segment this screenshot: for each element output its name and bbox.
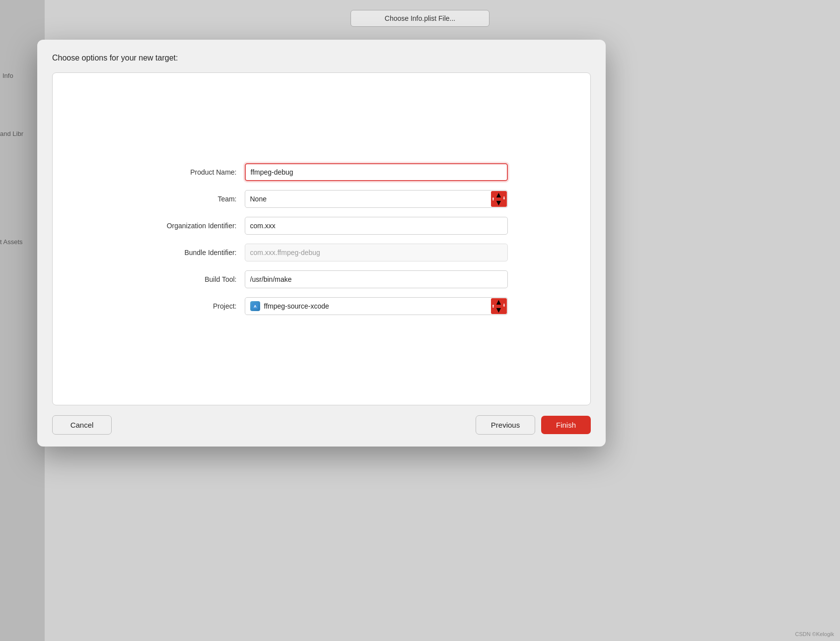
org-id-row: Organization Identifier:	[136, 217, 508, 235]
team-label: Team:	[136, 195, 245, 203]
product-name-row: Product Name:	[136, 163, 508, 181]
previous-button[interactable]: Previous	[476, 415, 535, 435]
form-fields: Product Name: Team: None ▲ ▼	[136, 163, 508, 315]
project-select-display[interactable]: A ffmpeg-source-xcode	[245, 297, 508, 315]
bundle-id-label: Bundle Identifier:	[136, 249, 245, 256]
watermark: CSDN ©Kelogik	[795, 631, 834, 637]
build-tool-label: Build Tool:	[136, 275, 245, 283]
finish-button[interactable]: Finish	[541, 416, 591, 434]
team-row: Team: None ▲ ▼	[136, 190, 508, 208]
project-label: Project:	[136, 302, 245, 310]
dialog: Choose options for your new target: Prod…	[37, 40, 606, 447]
svg-text:A: A	[254, 304, 257, 309]
project-row: Project: A ffmpeg-source-xcode	[136, 297, 508, 315]
project-value: ffmpeg-source-xcode	[264, 302, 329, 310]
team-select[interactable]: None	[245, 190, 508, 208]
bundle-id-row: Bundle Identifier:	[136, 244, 508, 261]
product-name-label: Product Name:	[136, 168, 245, 176]
build-tool-input[interactable]	[245, 270, 508, 288]
dialog-title: Choose options for your new target:	[52, 54, 591, 63]
org-id-input[interactable]	[245, 217, 508, 235]
choose-plist-button[interactable]: Choose Info.plist File...	[350, 10, 490, 27]
org-id-label: Organization Identifier:	[136, 222, 245, 230]
sidebar-item-info: Info	[2, 72, 13, 79]
footer-right-buttons: Previous Finish	[476, 415, 591, 435]
project-select-wrapper: A ffmpeg-source-xcode ▲ ▼	[245, 297, 508, 315]
project-icon: A	[250, 301, 260, 311]
team-select-wrapper: None ▲ ▼	[245, 190, 508, 208]
bundle-id-input	[245, 244, 508, 261]
sidebar-item-assets: t Assets	[0, 238, 23, 246]
dialog-content: Product Name: Team: None ▲ ▼	[52, 72, 591, 405]
build-tool-row: Build Tool:	[136, 270, 508, 288]
sidebar-item-and-libr: and Libr	[0, 130, 23, 137]
product-name-input[interactable]	[245, 163, 508, 181]
cancel-button[interactable]: Cancel	[52, 415, 112, 435]
dialog-footer: Cancel Previous Finish	[52, 415, 591, 435]
top-bar: Choose Info.plist File...	[350, 10, 490, 27]
